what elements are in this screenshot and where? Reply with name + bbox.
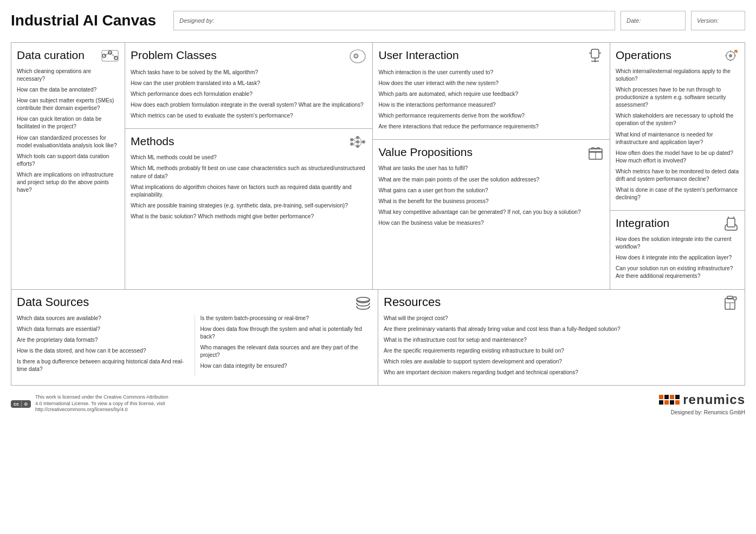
integration-title: Integration [616,216,669,230]
version-field[interactable]: Version: [691,11,745,30]
svg-line-20 [359,142,362,146]
data-curation-section: Data curation Which cleaning operations … [11,43,125,289]
operations-header: Operations + [616,48,739,63]
svg-point-9 [350,142,353,146]
integration-icon [723,216,739,231]
data-sources-header: Data Sources [17,295,372,310]
methods-q5: What is the basic solution? Which method… [131,213,367,220]
dot6 [664,400,669,405]
pc-q1: Which tasks have to be solved by the ML … [131,69,367,76]
ops-q6: Which metrics have to be monitored to de… [616,168,739,183]
int-q2: How does it integrate into the applicati… [616,254,739,262]
operations-icon: + [722,48,739,63]
problem-classes-section: Problem Classes ⚙ Which tasks have to be… [125,43,372,129]
data-curation-q2: How can the data be annotated? [17,86,119,94]
methods-q4: Which are possible training strategies (… [131,202,367,210]
int-q1: How does the solution integrate into the… [616,236,739,251]
dot8 [675,400,680,405]
ds-q4: How is the data stored, and how can it b… [17,347,189,355]
res-q4: Are the specific requirements regarding … [384,347,739,355]
vp-q5: What key competitive advantage can be ge… [378,209,604,216]
renumics-dots-grid [659,395,680,405]
value-propositions-section: Value Propositions What are tasks the us… [373,140,610,289]
cc-badge: cc ⊕ [11,400,31,408]
page-title: Industrial AI Canvas [11,12,163,29]
dot1 [659,395,663,399]
svg-point-40 [357,297,370,302]
vp-title: Value Propositions [378,145,473,159]
ui-header: User Interaction [378,48,604,64]
resources-section: Resources What will the project cost? Ar… [378,290,745,385]
ops-q4: What kind of maintenance is needed for i… [616,131,739,146]
svg-text:⚙: ⚙ [353,52,359,60]
resources-header: Resources [384,295,739,310]
svg-line-17 [353,144,356,146]
vp-q2: What are the main pain points of the use… [378,176,604,184]
svg-line-14 [353,138,356,140]
date-label: Date: [626,17,641,24]
ops-int-column: Operations + Which in [610,43,745,289]
ds-r4: How can data integrity be ensured? [201,362,373,370]
ds-q3: Are the proprietary data formats? [17,336,189,344]
renumics-name: renumics [683,392,745,407]
data-sources-section: Data Sources Which data sources are avai… [11,290,378,385]
ds-r2: How does data flow through the system an… [201,325,373,341]
ds-q1: Which data sources are available? [17,315,189,322]
integration-header: Integration [616,216,739,231]
res-q6: Who are important decision makers regard… [384,369,739,376]
int-q3: Can your solution run on existing infras… [616,265,739,280]
svg-rect-21 [591,49,599,58]
methods-title: Methods [131,134,175,148]
designed-by-field[interactable]: Designed by: [173,11,615,30]
value-propositions-icon [587,145,604,160]
main-canvas: Data curation Which cleaning operations … [11,42,745,386]
ds-q2: Which data formats are essential? [17,325,189,333]
vp-header: Value Propositions [378,145,604,160]
ops-q3: Which stakeholders are necessary to upho… [616,112,739,127]
bottom-section: Data Sources Which data sources are avai… [11,290,745,385]
ui-q6: Are there interactions that reduce the p… [378,123,604,131]
svg-point-11 [356,140,359,144]
vp-q4: What is the benefit for the business pro… [378,198,604,205]
methods-header: Methods [131,134,367,149]
ds-r3: Who manages the relevant data sources an… [201,344,373,359]
data-sources-right: Is the system batch-processing or real-t… [195,315,373,376]
data-curation-q6: Which tools can support data curation ef… [17,153,119,168]
data-sources-content: Which data sources are available? Which … [17,315,372,376]
methods-q1: Which ML methods could be used? [131,154,367,161]
operations-section: Operations + Which in [610,43,745,211]
ds-r1: Is the system batch-processing or real-t… [201,315,373,322]
svg-point-8 [350,138,353,141]
svg-point-12 [356,145,359,148]
header: Industrial AI Canvas Designed by: Date: … [11,5,745,38]
footer: cc ⊕ This work is licensed under the Cre… [11,390,745,418]
svg-line-18 [359,138,362,142]
date-field[interactable]: Date: [621,11,686,30]
data-sources-left: Which data sources are available? Which … [17,315,195,376]
svg-text:+: + [735,50,737,54]
pc-q5: Which metrics can be used to evaluate th… [131,112,367,120]
renumics-brand: renumics [659,392,745,407]
dot2 [664,395,669,399]
vp-q1: What are tasks the user has to fulfil? [378,165,604,172]
res-q3: What is the infrastructure cost for setu… [384,336,739,344]
pc-q2: How can the user problem translated into… [131,80,367,87]
ops-q7: What is done in case of the system's per… [616,186,739,201]
footer-right: renumics Designed by: Renumics GmbH [659,392,745,415]
designed-by-credit: Designed by: Renumics GmbH [671,409,745,415]
ops-q5: How often does the model have to be up d… [616,149,739,165]
data-curation-q5: How can standardized processes for model… [17,134,119,149]
ui-vp-column: User Interaction Which interaction is th… [373,43,610,289]
ops-q2: Which processes have to be run through t… [616,86,739,109]
dot7 [670,400,674,405]
integration-section: Integration How does the solution integr… [610,211,745,289]
page: Industrial AI Canvas Designed by: Date: … [0,0,756,534]
ui-q1: Which interaction is the user currently … [378,69,604,76]
data-curation-title: Data curation [17,48,85,62]
pc-q4: How does each problem formulation integr… [131,101,367,109]
ui-q5: Which performance requirements derive fr… [378,112,604,120]
svg-line-15 [353,140,356,142]
pc-methods-column: Problem Classes ⚙ Which tasks have to be… [125,43,373,289]
footer-left: cc ⊕ This work is licensed under the Cre… [11,394,176,413]
methods-q2: Which ML methods probably fit best on us… [131,165,367,180]
